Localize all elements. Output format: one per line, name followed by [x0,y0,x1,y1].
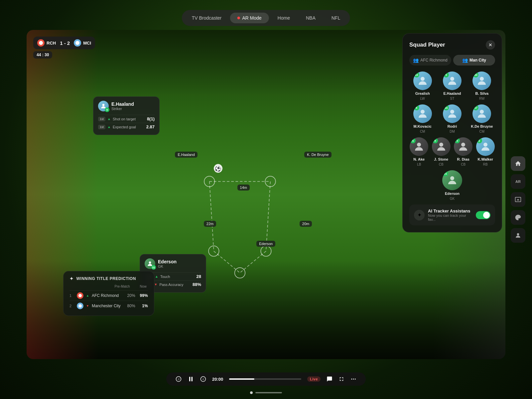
bsilva-pos: RW [479,97,484,100]
more-options-button[interactable] [350,376,356,382]
haaland-popup: 9 E.Haaland Striker 1st ▲ Shot on target… [93,96,160,135]
svg-point-37 [353,379,354,380]
nav-nfl[interactable]: NFL [324,13,347,23]
stat2-rank: 1st [98,125,105,129]
score-badge: RCH 1 - 2 MCI [33,37,95,49]
estat2-value: 88% [193,282,201,287]
player-stone[interactable]: 5 J. Stone CB [432,137,451,166]
player-walker[interactable]: 2 K.Walker RB [476,137,495,166]
control-bar: ⏱ ⏱ 20:00 Live [166,372,366,386]
svg-point-21 [421,110,425,114]
ai-toggle[interactable] [476,211,490,219]
debruyne-name: K.De Bruyne [471,124,493,128]
svg-point-28 [450,176,454,180]
svg-point-23 [480,110,484,114]
field-label-ederson: Ederson [256,241,275,247]
field-label-22m: 22m [204,221,216,227]
ai-icon: ✦ [414,210,425,220]
player-ederson[interactable]: 31 Ederson GK [442,170,462,200]
progress-bar-wrap[interactable] [229,378,301,380]
player-ake[interactable]: 6 N. Ake LB [409,137,429,166]
sidebar-user-icon[interactable] [511,228,525,243]
rewind-button[interactable]: ⏱ [176,376,182,382]
kovacic-name: M.Kovacic [413,124,431,128]
sidebar-ar-icon[interactable]: AR [511,174,525,189]
tab-man-city[interactable]: 👥 Man City [453,55,495,66]
prediction-col-headers: Pre-Match Now [69,285,148,288]
field-label-debruyne: K. De Bruyne [304,152,331,158]
estat1-value: 28 [197,274,201,279]
nav-tv-broadcaster[interactable]: TV Brodcaster [185,13,229,23]
nav-ar-mode[interactable]: AR Mode [230,13,269,23]
svg-point-19 [450,77,454,81]
ederson-pos-squad: GK [450,197,455,200]
play-pause-button[interactable] [188,376,194,382]
svg-point-24 [417,143,421,147]
prediction-panel: ✦ WINNING TITLE PREDICTION Pre-Match Now… [63,271,154,316]
top-nav: TV Brodcaster AR Mode Home NBA NFL [182,10,350,26]
ai-title: AI Tracker Assistans [428,208,472,213]
sidebar-screen-icon[interactable] [511,192,525,207]
svg-point-36 [351,379,352,380]
pred-team-1-icon [77,292,83,299]
midfield-row: 8 M.Kovacic CM 16 Rodri DM 17 K.De Bruyn… [409,104,495,133]
sidebar-home-icon[interactable] [511,156,525,171]
player-grealish[interactable]: 10 Grealish LW [409,71,436,100]
haaland-stat-1: 1st ▲ Shot on target 8(1) [98,115,155,123]
svg-point-27 [483,143,487,147]
fast-forward-button[interactable]: ⏱ [200,376,206,382]
ederson-name-squad: Ederson [445,192,460,196]
kovacic-num: 8 [414,105,419,110]
ake-name: N. Ake [413,157,425,161]
home-abbr: RCH [47,41,56,46]
chat-button[interactable] [327,376,332,382]
fullscreen-button[interactable] [338,376,344,382]
defenders-row: 6 N. Ake LB 5 J. Stone CB 3 R. Dias CB 2 [409,137,495,166]
prediction-row-2: 2 ▼ Manchester City 80% 1% [69,301,148,311]
player-rodri[interactable]: 16 Rodri DM [439,104,465,133]
player-haaland[interactable]: 9 E.Haaland ST [439,71,465,100]
svg-point-13 [75,41,79,45]
svg-text:⏱: ⏱ [178,378,180,380]
match-time: 44 : 30 [33,51,52,59]
pred-team-1-pre: 20% [123,293,135,298]
squad-header: Squad Player ✕ [409,40,495,50]
player-bsilva[interactable]: 20 B. Silva RW [469,71,495,100]
stat1-value: 8(1) [147,116,155,121]
field-label-20m: 20m [300,221,312,227]
ederson-role: GK [158,264,177,268]
dias-pos: CB [461,163,466,166]
scroll-bar[interactable] [255,392,282,393]
estat1-label: Touch [160,275,170,279]
svg-point-16 [78,294,82,297]
haaland-role: Striker [111,107,134,111]
squad-panel: Squad Player ✕ 👥 AFC Richmond 👥 Man City… [402,33,502,232]
haaland-pos-squad: ST [450,97,455,100]
player-kovacic[interactable]: 8 M.Kovacic CM [409,104,436,133]
grealish-num: 10 [414,72,419,77]
ederson-avatar-squad: 31 [442,170,462,190]
svg-point-15 [149,261,151,264]
progress-bar[interactable] [229,378,301,380]
haaland-number: 9 [105,107,109,112]
nav-nba[interactable]: NBA [299,13,323,23]
right-sidebar: AR [511,156,525,243]
rodri-num: 16 [444,105,449,110]
svg-text:⏱: ⏱ [202,378,204,380]
squad-tabs: 👥 AFC Richmond 👥 Man City [409,55,495,66]
sidebar-palette-icon[interactable] [511,210,525,225]
nav-home[interactable]: Home [270,13,297,23]
match-score: 1 - 2 [59,40,71,46]
pred-team-2-now: 1% [138,304,148,308]
tab-afc-richmond[interactable]: 👥 AFC Richmond [409,55,451,66]
haaland-name: E.Haaland [111,101,134,107]
player-dias[interactable]: 3 R. Dias CB [454,137,473,166]
bsilva-name: B. Silva [475,91,488,95]
ai-text: AI Tracker Assistans Now you can track y… [428,208,472,221]
close-button[interactable]: ✕ [486,40,495,50]
goalkeeper-row: 31 Ederson GK [409,170,495,200]
stone-name: J. Stone [434,157,448,161]
ederson-avatar: 31 [145,258,155,269]
player-debruyne[interactable]: 17 K.De Bruyne CM [469,104,495,133]
stone-avatar: 5 [432,137,451,156]
